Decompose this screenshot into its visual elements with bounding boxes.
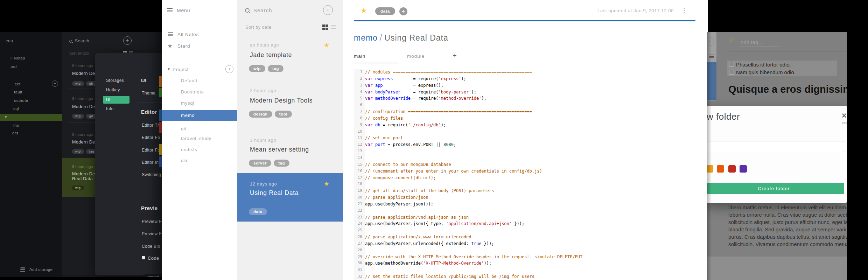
- note-time: 8 hours ago: [72, 97, 93, 101]
- settings-row: Editor Fo: [142, 148, 160, 153]
- theme-swatch[interactable]: [159, 110, 162, 121]
- theme-swatch[interactable]: [159, 122, 162, 133]
- chevron-down-icon[interactable]: ▼: [167, 67, 170, 71]
- tab-main[interactable]: main: [354, 54, 365, 59]
- dark-search-input[interactable]: Search: [75, 38, 89, 43]
- sidebar-item-starred[interactable]: Stard: [177, 43, 190, 49]
- star-icon: ★: [167, 42, 173, 50]
- add-folder-icon[interactable]: +: [225, 65, 233, 73]
- list-view-icon[interactable]: [331, 25, 336, 26]
- color-swatch-orange[interactable]: [717, 165, 724, 173]
- last-updated-label: Last updated at Jan.9, 2017 12:00: [597, 8, 674, 13]
- sidebar-folder-nodejs[interactable]: nodeJs: [181, 147, 197, 152]
- sidebar-folder-default[interactable]: Default: [181, 78, 197, 83]
- settings-nav-storages[interactable]: Storages: [106, 78, 124, 83]
- note-card-selected[interactable]: 12 days ago ★ Using Real Data data: [237, 173, 343, 222]
- accent-divider: [354, 20, 695, 21]
- color-swatch-purple[interactable]: [740, 165, 747, 173]
- sidebar-item-all-notes[interactable]: All Notes: [177, 32, 199, 37]
- front-sidebar: Menu All Notes ★ Stard ▼ Project + Defau…: [162, 0, 237, 280]
- settings-nav-ui-selected[interactable]: UI: [103, 96, 130, 104]
- sort-by-dropdown[interactable]: Sort by date: [245, 25, 272, 30]
- create-folder-button[interactable]: Create folder: [707, 183, 844, 194]
- theme-swatch[interactable]: [159, 76, 162, 87]
- sidebar-folder-git[interactable]: git: [181, 126, 187, 131]
- add-tag-button[interactable]: +: [399, 7, 407, 15]
- dark-add-storage[interactable]: Add storage: [29, 267, 52, 272]
- dark-new-note-button[interactable]: +: [123, 36, 132, 45]
- theme-swatch[interactable]: [159, 144, 162, 155]
- note-tag: tag: [274, 160, 289, 167]
- grid-view-icon[interactable]: [322, 24, 325, 27]
- note-title: Modern Des: [72, 104, 97, 109]
- paragraph-line: libero mattis metus, id elementum velit …: [728, 204, 847, 211]
- grid-view-icon[interactable]: [123, 51, 125, 52]
- list-view-icon[interactable]: [129, 51, 133, 52]
- window-shadow: [707, 32, 712, 280]
- sidebar-folder-css[interactable]: css: [181, 158, 189, 163]
- new-note-button[interactable]: +: [323, 5, 333, 15]
- dark-add-folder-icon[interactable]: +: [52, 80, 58, 87]
- dark-sidebar-starred[interactable]: ard: [10, 64, 17, 69]
- sidebar-folder-memo-selected[interactable]: memo: [162, 110, 237, 121]
- theme-swatch[interactable]: [159, 88, 162, 97]
- note-time: 8 hours ago: [72, 64, 93, 68]
- sidebar-folder-boostnote[interactable]: Boostnote: [181, 89, 204, 94]
- esc-hint: esc: [842, 121, 847, 125]
- star-icon[interactable]: ★: [324, 180, 329, 188]
- dark-folder-item[interactable]: mo: [13, 123, 19, 127]
- star-icon[interactable]: ★: [324, 41, 329, 49]
- paragraph-line: purus. Cras dapibus dapibus tellus, sit …: [728, 233, 847, 240]
- dimmed-footer-band: [707, 257, 847, 280]
- settings-nav-info[interactable]: Info: [106, 106, 114, 111]
- close-icon[interactable]: ✕: [841, 112, 847, 120]
- background-window-dimmed: + ☆ Add tag... Phasellus id tortor odio.…: [707, 32, 847, 280]
- dark-folder-item-selected[interactable]: e: [0, 114, 62, 121]
- dark-sort-label[interactable]: Sort by xxx: [69, 51, 89, 55]
- front-notelist: Search + Sort by date an hours ago ★ Jad…: [237, 0, 343, 280]
- sidebar-project-header[interactable]: Project: [173, 67, 189, 72]
- kebab-menu-icon[interactable]: ⋮: [681, 7, 687, 14]
- settings-editor-heading: Editor: [141, 109, 157, 115]
- dark-folder-item[interactable]: sql: [13, 106, 19, 111]
- new-tab-button[interactable]: +: [453, 52, 457, 59]
- sidebar-folder-laravel[interactable]: laravel_study: [181, 136, 211, 141]
- note-tag: tag: [268, 65, 284, 72]
- hamburger-menu-icon[interactable]: [167, 8, 173, 9]
- menu-label[interactable]: Menu: [177, 8, 190, 13]
- star-toggle-icon[interactable]: ★: [360, 6, 367, 15]
- dark-menu-label[interactable]: enu: [6, 38, 13, 43]
- star-outline-icon: ☆: [729, 36, 735, 44]
- note-tag: wip: [72, 81, 84, 86]
- note-title: Jade template: [250, 51, 292, 59]
- note-tag-pill[interactable]: data: [375, 7, 395, 15]
- dimmed-heading: Quisque a eros dignissim: [728, 84, 847, 95]
- settings-nav-hotkey[interactable]: Hotkey: [106, 88, 120, 92]
- code-editor[interactable]: 1// modules ============================…: [354, 69, 704, 280]
- settings-nav-label: UI: [106, 97, 110, 102]
- page-title: Using Real Data: [384, 33, 448, 42]
- paragraph-line: sollicitudin aliquet, justo purus effici…: [728, 218, 847, 226]
- theme-swatch[interactable]: [159, 156, 162, 167]
- dark-folder-item[interactable]: ers: [12, 131, 18, 135]
- paragraph-line: blandit fringilla. Sed gravida, augue at…: [728, 226, 847, 233]
- dark-folder-item[interactable]: ostnote: [14, 98, 28, 103]
- dark-sidebar-all-notes[interactable]: ll Notes: [10, 56, 25, 60]
- color-swatch-red[interactable]: [728, 165, 736, 173]
- dark-sidebar: enu ll Notes ard ect + fault ostnote sql…: [0, 32, 62, 277]
- settings-row: Switching: [142, 172, 161, 177]
- sidebar-folder-mysql[interactable]: mysql: [181, 100, 194, 106]
- dark-folder-item[interactable]: fault: [14, 90, 22, 94]
- dark-note-card-selected[interactable]: 8 hours ago Modern Des Real Data wip: [62, 158, 95, 197]
- folder-name-input[interactable]: [707, 141, 844, 152]
- breadcrumb-folder[interactable]: memo: [354, 33, 378, 42]
- settings-dropdown-value: Javascri: [147, 275, 159, 277]
- tab-module[interactable]: module: [407, 54, 425, 59]
- dark-sidebar-project[interactable]: ect: [15, 82, 21, 86]
- settings-checkbox[interactable]: [142, 256, 145, 259]
- search-input[interactable]: Search: [253, 7, 272, 13]
- settings-preview-heading: Previe: [141, 205, 158, 211]
- note-tag: data: [249, 208, 267, 215]
- settings-dropdown[interactable]: Javascri: [145, 274, 162, 277]
- background-window-dark: enu ll Notes ard ect + fault ostnote sql…: [0, 32, 162, 277]
